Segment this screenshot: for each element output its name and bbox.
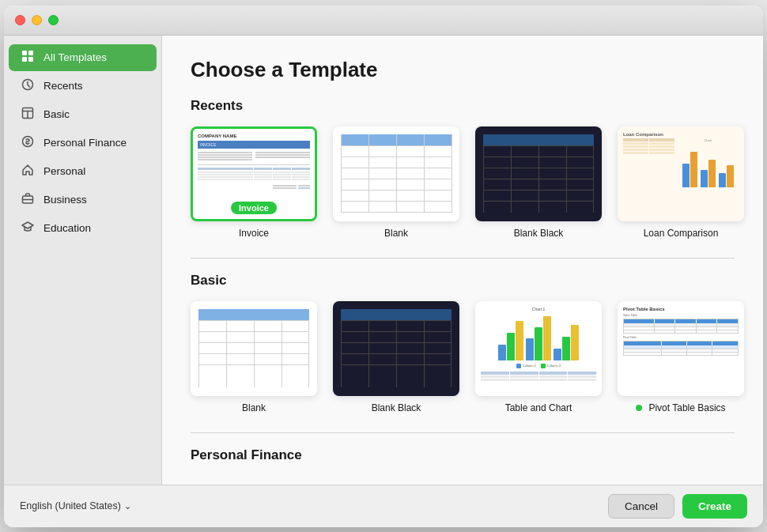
recents-section: Recents COMPANY NAME INVOICE: [191, 98, 735, 239]
blank-label: Blank: [384, 228, 408, 239]
clock-icon: [20, 78, 36, 94]
briefcase-icon: [20, 192, 36, 208]
basic-divider: [191, 432, 735, 433]
education-icon: [20, 221, 36, 236]
grid-icon: [20, 50, 36, 66]
template-blank[interactable]: Blank: [333, 126, 459, 239]
language-label: English (United States): [20, 500, 121, 511]
template-basic-blank[interactable]: Blank: [191, 301, 317, 413]
invoice-label: Invoice: [239, 228, 269, 239]
invoice-badge: Invoice: [231, 202, 277, 214]
recents-section-title: Recents: [191, 98, 735, 114]
recents-grid: COMPANY NAME INVOICE: [191, 126, 735, 239]
svg-rect-1: [28, 51, 33, 55]
template-loan-comparison[interactable]: Loan Comparison: [618, 126, 744, 239]
language-selector[interactable]: English (United States) ⌄: [20, 500, 131, 511]
template-invoice[interactable]: COMPANY NAME INVOICE: [191, 126, 317, 239]
sidebar-item-label: Basic: [43, 108, 70, 120]
basic-blank-black-label: Blank Black: [372, 402, 421, 413]
sidebar-item-education[interactable]: Education: [9, 215, 157, 242]
svg-rect-0: [22, 51, 27, 55]
pivot-label: Pivot Table Basics: [648, 402, 725, 413]
finance-icon: [20, 135, 36, 151]
cancel-button[interactable]: Cancel: [608, 494, 674, 519]
chevron-down-icon: ⌄: [124, 501, 131, 511]
table-icon: [20, 107, 36, 123]
template-thumb-basic-blank-black[interactable]: [333, 301, 459, 396]
recents-divider: [191, 258, 735, 258]
sidebar: All Templates Recents: [4, 36, 162, 485]
close-button[interactable]: [15, 15, 25, 25]
template-table-chart[interactable]: Chart 1: [475, 301, 602, 413]
basic-blank-label: Blank: [242, 402, 266, 413]
sidebar-item-personal[interactable]: Personal: [9, 158, 157, 185]
table-chart-label: Table and Chart: [505, 402, 572, 413]
sidebar-item-label: Personal: [43, 165, 85, 177]
template-pivot[interactable]: Pivot Table Basics Sales Table: [618, 301, 744, 413]
maximize-button[interactable]: [48, 15, 59, 25]
sidebar-item-basic[interactable]: Basic: [9, 101, 157, 128]
template-thumb-blank-black[interactable]: [475, 126, 602, 221]
template-thumb-loan[interactable]: Loan Comparison: [618, 126, 744, 221]
sidebar-item-recents[interactable]: Recents: [9, 73, 157, 100]
page-title: Choose a Template: [191, 58, 735, 82]
template-thumb-invoice[interactable]: COMPANY NAME INVOICE: [191, 126, 317, 221]
main-content: All Templates Recents: [4, 36, 763, 485]
loan-comparison-label: Loan Comparison: [644, 228, 719, 239]
template-thumb-basic-blank[interactable]: [191, 301, 317, 396]
template-thumb-pivot[interactable]: Pivot Table Basics Sales Table: [618, 301, 744, 396]
personal-finance-section-title: Personal Finance: [191, 447, 735, 463]
svg-rect-3: [28, 57, 33, 62]
sidebar-item-label: All Templates: [43, 51, 107, 63]
titlebar: [4, 6, 763, 36]
sidebar-item-label: Business: [43, 194, 87, 206]
blank-black-label: Blank Black: [514, 228, 564, 239]
personal-finance-section: Personal Finance: [191, 447, 735, 463]
sidebar-item-business[interactable]: Business: [9, 187, 157, 213]
create-button[interactable]: Create: [682, 494, 747, 519]
svg-rect-2: [22, 57, 27, 62]
sidebar-item-all-templates[interactable]: All Templates: [9, 44, 157, 71]
basic-section: Basic: [191, 273, 735, 413]
template-thumb-blank[interactable]: [333, 126, 459, 221]
template-thumb-chart[interactable]: Chart 1: [475, 301, 602, 396]
basic-section-title: Basic: [191, 273, 735, 289]
sidebar-item-label: Personal Finance: [43, 137, 127, 149]
sidebar-item-label: Education: [43, 222, 91, 234]
minimize-button[interactable]: [32, 15, 42, 25]
content-area: Choose a Template Recents COMPANY NAME I…: [162, 36, 763, 485]
home-icon: [20, 164, 36, 179]
new-badge: [636, 405, 642, 411]
footer: English (United States) ⌄ Cancel Create: [4, 485, 763, 527]
template-basic-blank-black[interactable]: Blank Black: [333, 301, 459, 413]
footer-buttons: Cancel Create: [608, 494, 747, 519]
main-window: All Templates Recents: [4, 6, 763, 527]
basic-grid: Blank: [191, 301, 735, 413]
sidebar-item-label: Recents: [43, 80, 83, 92]
template-blank-black[interactable]: Blank Black: [475, 126, 602, 239]
sidebar-item-personal-finance[interactable]: Personal Finance: [9, 130, 157, 157]
